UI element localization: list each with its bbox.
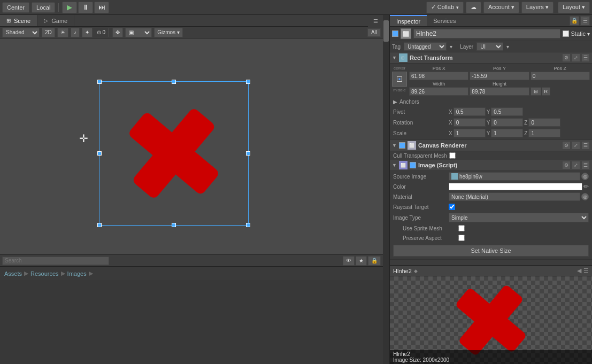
- cull-checkbox[interactable]: [449, 152, 456, 159]
- pivot-inputs: X Y: [449, 107, 589, 116]
- handle-ml[interactable]: [97, 151, 102, 156]
- preview-menu-btn[interactable]: ☰: [583, 267, 589, 274]
- scroll-thumb[interactable]: [383, 20, 389, 42]
- static-label: Static: [571, 30, 586, 37]
- canvas-menu-btn[interactable]: ☰: [581, 141, 590, 150]
- rect-move-btn[interactable]: ⤢: [572, 53, 580, 62]
- color-eyedropper-btn[interactable]: ✏: [583, 183, 589, 190]
- step-button[interactable]: ⏭: [94, 2, 109, 13]
- image-script-checkbox[interactable]: [410, 162, 416, 168]
- rot-z-input[interactable]: [528, 118, 560, 127]
- image-script-header[interactable]: ▼ ⬜ Image (Script) ⚙ ⤢ ☰: [390, 160, 592, 171]
- pivot-x-input[interactable]: [453, 107, 486, 116]
- constrain-btn[interactable]: ⊟: [531, 87, 541, 96]
- height-input[interactable]: [470, 87, 529, 96]
- breadcrumb-images[interactable]: Images: [67, 270, 87, 277]
- handle-tl[interactable]: [97, 80, 102, 84]
- scale-row: Scale X Y Z: [390, 128, 592, 138]
- pause-button[interactable]: ⏸: [78, 2, 93, 13]
- services-tab[interactable]: Services: [427, 15, 462, 26]
- pos-y-input[interactable]: [470, 72, 529, 80]
- handle-bm[interactable]: [172, 223, 176, 227]
- rect-settings-btn[interactable]: ⚙: [562, 53, 571, 62]
- search-input[interactable]: [2, 257, 109, 265]
- canvas-renderer-header[interactable]: ▼ ⬜ Canvas Renderer ⚙ ⤢ ☰: [390, 140, 592, 151]
- set-native-size-btn[interactable]: Set Native Size: [393, 245, 589, 257]
- scene-tab[interactable]: ⊞ Scene: [0, 15, 37, 26]
- image-menu-btn[interactable]: ☰: [581, 161, 590, 169]
- pivot-y-input[interactable]: [491, 107, 523, 116]
- cloud-button[interactable]: ☁: [466, 2, 481, 13]
- scale-x-input[interactable]: [453, 129, 486, 137]
- width-input[interactable]: [409, 87, 468, 96]
- use-sprite-mesh-checkbox[interactable]: [458, 225, 465, 231]
- image-type-select[interactable]: Simple: [449, 213, 589, 222]
- scale-y-input[interactable]: [491, 129, 523, 137]
- pos-x-input[interactable]: [409, 72, 468, 80]
- tag-select[interactable]: Untagged: [404, 42, 447, 51]
- gizmos-button[interactable]: Gizmos ▾: [154, 28, 183, 37]
- scene-menu-btn[interactable]: ☰: [368, 15, 383, 27]
- inspector-tab[interactable]: Inspector: [390, 15, 427, 26]
- source-image-pick-btn[interactable]: ◎: [581, 173, 589, 180]
- light-button[interactable]: ☀: [57, 28, 68, 37]
- handle-mr[interactable]: [246, 151, 250, 156]
- canvas-renderer-checkbox[interactable]: [399, 142, 405, 149]
- anchor-inner: [397, 76, 402, 82]
- move-button[interactable]: ✥: [112, 28, 123, 37]
- static-dropdown[interactable]: ▾: [587, 31, 590, 37]
- image-move-btn[interactable]: ⤢: [572, 161, 580, 169]
- viewport-scrollbar[interactable]: [383, 15, 389, 364]
- source-image-asset[interactable]: he8pin6w: [449, 172, 580, 181]
- rot-x-input[interactable]: [453, 118, 486, 127]
- shaded-select[interactable]: Shaded: [2, 28, 40, 37]
- rot-y-input[interactable]: [491, 118, 523, 127]
- collab-button[interactable]: ✓ Collab ▾: [426, 2, 464, 13]
- play-button[interactable]: ▶: [62, 2, 77, 13]
- color-swatch[interactable]: [449, 183, 582, 190]
- material-asset[interactable]: None (Material): [449, 192, 580, 201]
- center-button[interactable]: Center: [2, 2, 29, 13]
- rect-menu-btn[interactable]: ☰: [581, 53, 590, 62]
- inspector-lock-btn[interactable]: 🔒: [570, 16, 579, 26]
- anchor-widget[interactable]: [392, 72, 407, 87]
- audio-button[interactable]: ♪: [71, 28, 80, 37]
- layout-button[interactable]: Layout ▾: [558, 2, 590, 13]
- obj-active-checkbox[interactable]: [392, 30, 398, 37]
- canvas-settings-btn[interactable]: ⚙: [562, 141, 571, 150]
- breadcrumb-resources[interactable]: Resources: [30, 270, 59, 277]
- selection-box[interactable]: [99, 81, 249, 226]
- color-row: Color ✏: [390, 182, 592, 191]
- view-select[interactable]: ▣: [125, 28, 152, 37]
- handle-tm[interactable]: [172, 80, 176, 84]
- assets-content: [0, 280, 383, 364]
- reset-btn[interactable]: R: [542, 87, 550, 96]
- preserve-aspect-checkbox[interactable]: [458, 235, 465, 241]
- image-settings-btn[interactable]: ⚙: [562, 161, 571, 169]
- static-checkbox[interactable]: [563, 30, 569, 37]
- inspector-menu-btn[interactable]: ☰: [580, 16, 590, 26]
- game-tab[interactable]: ▷ Game: [37, 15, 74, 26]
- canvas-move-btn[interactable]: ⤢: [572, 141, 580, 150]
- obj-name-input[interactable]: [413, 29, 560, 38]
- star-button[interactable]: ★: [356, 256, 367, 266]
- layers-button[interactable]: Layers ▾: [521, 2, 553, 13]
- handle-bl[interactable]: [97, 223, 102, 227]
- account-button[interactable]: Account ▾: [483, 2, 519, 13]
- material-pick-btn[interactable]: ◎: [581, 193, 589, 200]
- pos-z-input[interactable]: [531, 72, 590, 80]
- scene-viewport[interactable]: ✛: [0, 38, 383, 254]
- fx-button[interactable]: ✦: [82, 28, 93, 37]
- lock-button[interactable]: 🔒: [368, 256, 381, 266]
- handle-br[interactable]: [246, 223, 250, 227]
- preview-collapse-btn[interactable]: ◀: [577, 267, 581, 274]
- handle-tr[interactable]: [246, 80, 250, 84]
- local-button[interactable]: Local: [32, 2, 55, 13]
- scale-z-input[interactable]: [528, 129, 560, 137]
- raycast-checkbox[interactable]: [449, 204, 455, 210]
- rect-transform-header[interactable]: ▼ ⊞ Rect Transform ⚙ ⤢ ☰: [390, 52, 592, 64]
- 2d-button[interactable]: 2D: [42, 28, 55, 37]
- breadcrumb-assets[interactable]: Assets: [4, 270, 22, 277]
- eye-button[interactable]: 👁: [343, 256, 355, 266]
- layer-select[interactable]: UI: [476, 42, 503, 51]
